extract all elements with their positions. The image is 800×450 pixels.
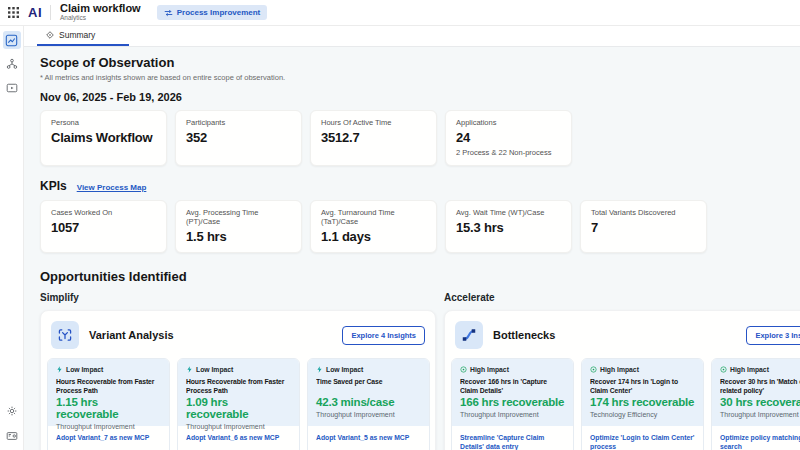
impact-badge: High Impact [590, 366, 695, 373]
insight-card-top: High Impact Recover 174 hrs in 'Login to… [582, 359, 703, 426]
insight-value: 1.09 hrs recoverable [186, 396, 291, 420]
branch-icon [51, 321, 79, 349]
metric-value: 15.3 hrs [456, 220, 561, 235]
explore-variant-insights-button[interactable]: Explore 4 Insights [342, 326, 425, 345]
left-sidebar [0, 26, 24, 450]
metric-label: Cases Worked On [51, 208, 156, 217]
insight-action-link[interactable]: Optimize 'Login to Claim Center' process [590, 434, 695, 450]
bottleneck-insight-row: High Impact Recover 166 hrs in 'Capture … [451, 358, 800, 450]
view-process-map-link[interactable]: View Process Map [77, 183, 147, 192]
insight-card-top: Low Impact Hours Recoverable from Faster… [48, 359, 169, 426]
id-card-icon [6, 430, 18, 442]
impact-label: High Impact [470, 366, 509, 373]
insight-card[interactable]: Low Impact Time Saved per Case 42.3 mins… [307, 358, 430, 450]
variant-insight-row: Low Impact Hours Recoverable from Faster… [47, 358, 429, 450]
group-simplify: Simplify Variant Analysis Explore 4 Insi… [40, 292, 436, 450]
metric-value: 1.1 days [321, 229, 426, 244]
metric-value: 1057 [51, 220, 156, 235]
sidebar-bottom [0, 402, 24, 445]
tab-summary[interactable]: Summary [37, 26, 129, 46]
gear-icon [6, 405, 18, 417]
insight-title: Recover 166 hrs in 'Capture Claim Detail… [460, 378, 565, 396]
insight-value: 42.3 mins/case [316, 396, 421, 408]
date-range: Nov 06, 2025 - Feb 19, 2026 [40, 91, 800, 103]
metric-value: 7 [591, 220, 696, 235]
metric-value: Claims Workflow [51, 130, 156, 145]
insight-card-bottom: Optimize policy matching and search Matc… [712, 426, 800, 450]
lightning-icon [316, 366, 323, 373]
insight-action-link[interactable]: Optimize policy matching and search [720, 434, 800, 450]
insight-category: Throughput Improvement [720, 411, 800, 418]
kpi-card-turnaround-time: Avg. Turnaround Time (TaT)/Case 1.1 days [310, 200, 437, 253]
explore-bottleneck-insights-button[interactable]: Explore 3 Insights [746, 326, 800, 345]
kpi-card-wait-time: Avg. Wait Time (WT)/Case 15.3 hrs [445, 200, 572, 253]
tab-summary-label: Summary [59, 30, 95, 40]
metric-label: Avg. Processing Time (PT)/Case [186, 208, 291, 226]
insight-title: Hours Recoverable from Faster Process Pa… [186, 378, 291, 396]
lightning-icon [56, 366, 63, 373]
impact-label: Low Impact [66, 366, 103, 373]
swap-arrows-icon [164, 9, 173, 17]
insight-value: 30 hrs recoverable [720, 396, 800, 408]
insight-card-bottom: Optimize 'Login to Claim Center' process… [582, 426, 703, 450]
sidebar-item-settings[interactable] [3, 402, 21, 420]
app-switcher-button[interactable] [0, 0, 26, 26]
metric-card-applications: Applications 24 2 Process & 22 Non-proce… [445, 110, 572, 166]
insight-category: Technology Efficiency [590, 411, 695, 418]
impact-badge: Low Impact [56, 366, 161, 373]
insight-card[interactable]: High Impact Recover 30 hrs in 'Match cla… [711, 358, 800, 450]
impact-badge: Low Impact [186, 366, 291, 373]
bottlenecks-header: Bottlenecks Explore 3 Insights [451, 317, 800, 358]
main-content: Scope of Observation * All metrics and i… [24, 47, 800, 450]
panel-title: Variant Analysis [89, 329, 174, 341]
insight-card[interactable]: High Impact Recover 174 hrs in 'Login to… [581, 358, 704, 450]
group-accelerate: Accelerate Bottlenecks Explore 3 Insight… [444, 292, 800, 450]
sidebar-item-recordings[interactable] [3, 79, 21, 97]
sitemap-icon [6, 58, 18, 70]
sidebar-item-id-card[interactable] [3, 427, 21, 445]
insight-card[interactable]: High Impact Recover 166 hrs in 'Capture … [451, 358, 574, 450]
insight-card[interactable]: Low Impact Hours Recoverable from Faster… [177, 358, 300, 450]
header-divider [50, 5, 51, 20]
impact-label: Low Impact [196, 366, 233, 373]
opportunity-groups: Simplify Variant Analysis Explore 4 Insi… [40, 292, 800, 450]
pipe-curve-icon [455, 321, 483, 349]
kpi-card-processing-time: Avg. Processing Time (PT)/Case 1.5 hrs [175, 200, 302, 253]
metric-label: Applications [456, 118, 561, 127]
variant-analysis-panel: Variant Analysis Explore 4 Insights Low … [40, 310, 436, 450]
scope-card-row: Persona Claims Workflow Participants 352… [40, 110, 800, 166]
insight-action-link[interactable]: Adopt Variant_5 as new MCP [316, 434, 421, 443]
insight-title: Recover 30 hrs in 'Match claim to relate… [720, 378, 800, 396]
kpi-section-title: KPIs [40, 179, 67, 193]
lightning-icon [186, 366, 193, 373]
metric-value: 352 [186, 130, 291, 145]
target-icon [720, 366, 727, 373]
kpi-card-variants: Total Variants Discovered 7 [580, 200, 707, 253]
insight-action-link[interactable]: Adopt Variant_6 as new MCP [186, 434, 291, 443]
badge-label: Process Improvement [177, 8, 261, 17]
impact-label: High Impact [600, 366, 639, 373]
metric-value: 1.5 hrs [186, 229, 291, 244]
sidebar-item-analytics[interactable] [3, 31, 21, 49]
group-label-simplify: Simplify [40, 292, 436, 303]
insight-value: 1.15 hrs recoverable [56, 396, 161, 420]
sidebar-item-process-map[interactable] [3, 55, 21, 73]
insight-card-top: Low Impact Hours Recoverable from Faster… [178, 359, 299, 426]
insight-card-top: High Impact Recover 166 hrs in 'Capture … [452, 359, 573, 426]
metric-value: 24 [456, 130, 561, 145]
metric-label: Participants [186, 118, 291, 127]
metric-value: 3512.7 [321, 130, 426, 145]
insight-action-link[interactable]: Streamline 'Capture Claim Details' data … [460, 434, 565, 450]
process-improvement-badge[interactable]: Process Improvement [157, 5, 268, 20]
insight-card[interactable]: Low Impact Hours Recoverable from Faster… [47, 358, 170, 450]
metric-card-participants: Participants 352 [175, 110, 302, 166]
insight-action-link[interactable]: Adopt Variant_7 as new MCP [56, 434, 161, 443]
insight-title: Hours Recoverable from Faster Process Pa… [56, 378, 161, 396]
impact-badge: High Impact [460, 366, 565, 373]
target-icon [460, 366, 467, 373]
insight-value: 166 hrs recoverable [460, 396, 565, 408]
opportunities-title: Opportunities Identified [40, 269, 800, 284]
variant-analysis-header: Variant Analysis Explore 4 Insights [47, 317, 429, 358]
insight-title: Time Saved per Case [316, 378, 421, 396]
diamond-icon [46, 31, 54, 39]
